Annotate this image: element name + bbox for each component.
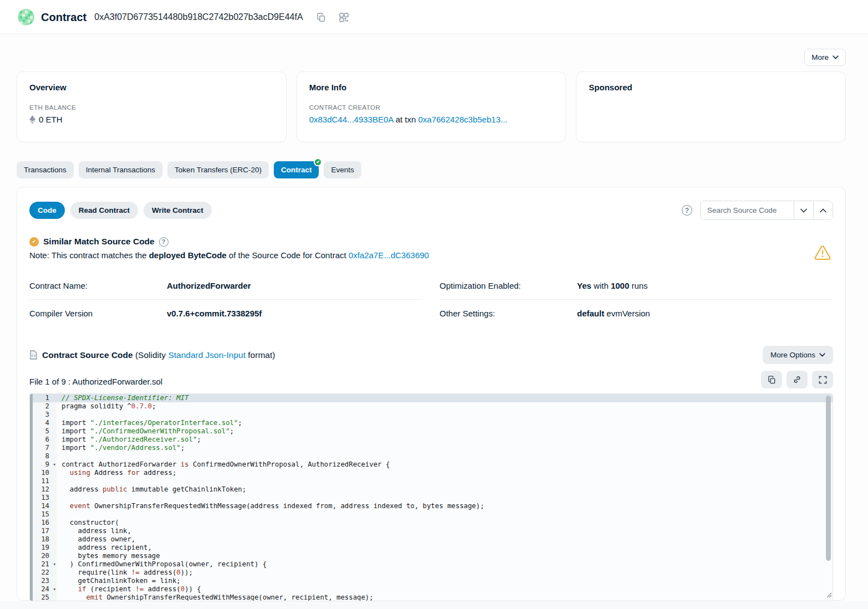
source-code-title: Contract Source Code bbox=[42, 350, 133, 360]
line-number: 9▾ bbox=[30, 460, 57, 469]
code-text bbox=[57, 477, 62, 485]
code-lines: 1// SPDX-License-Identifier: MIT2pragma … bbox=[30, 394, 833, 601]
subtab-read-contract[interactable]: Read Contract bbox=[70, 202, 138, 219]
line-number: 6 bbox=[30, 436, 57, 444]
code-line: 22 require(link != address(0)); bbox=[30, 569, 833, 577]
matched-contract-link[interactable]: 0xfa2a7E...dC363690 bbox=[349, 250, 429, 260]
line-number: 25 bbox=[30, 593, 57, 601]
line-number: 7 bbox=[30, 444, 57, 452]
chevron-down-icon bbox=[819, 353, 825, 357]
json-input-link[interactable]: Standard Json-Input bbox=[168, 350, 246, 360]
line-number: 5 bbox=[30, 427, 57, 436]
code-line: 19 address recipient, bbox=[30, 544, 833, 552]
source-code-editor[interactable]: 1// SPDX-License-Identifier: MIT2pragma … bbox=[29, 393, 833, 601]
chevron-down-icon bbox=[833, 55, 839, 59]
line-number: 10 bbox=[30, 469, 57, 477]
similar-match-title: Similar Match Source Code bbox=[43, 237, 155, 247]
other-settings-label: Other Settings: bbox=[440, 309, 577, 318]
editor-scrollbar[interactable] bbox=[826, 396, 831, 561]
fullscreen-button[interactable] bbox=[812, 371, 833, 388]
expand-icon bbox=[819, 376, 827, 384]
code-line: 5import "./ConfirmedOwnerWithProposal.so… bbox=[30, 427, 833, 436]
contract-creator-label: CONTRACT CREATOR bbox=[309, 104, 554, 111]
subtab-code[interactable]: Code bbox=[29, 202, 65, 219]
resize-handle-icon[interactable] bbox=[826, 590, 832, 600]
compiler-version-value: v0.7.6+commit.7338295f bbox=[167, 309, 262, 318]
contract-address: 0xA3f07D6773514480b918C2742b027b3acD9E44… bbox=[94, 12, 303, 22]
copy-source-button[interactable] bbox=[761, 371, 782, 388]
page-title: Contract bbox=[41, 11, 86, 24]
code-text: require(link != address(0)); bbox=[57, 569, 193, 577]
more-options-label: More Options bbox=[770, 351, 815, 359]
fold-icon[interactable]: ▾ bbox=[53, 460, 56, 469]
fold-icon[interactable]: ▾ bbox=[53, 585, 56, 593]
code-line: 17 address link, bbox=[30, 527, 833, 535]
code-line: 20 bytes memory message bbox=[30, 552, 833, 560]
code-text: address public immutable getChainlinkTok… bbox=[57, 485, 246, 494]
help-icon[interactable]: ? bbox=[682, 205, 692, 216]
code-text: import "./vendor/Address.sol"; bbox=[57, 444, 185, 452]
search-next-button[interactable] bbox=[794, 201, 813, 219]
code-line: 24▾ if (recipient != address(0)) { bbox=[30, 585, 833, 593]
code-line: 11 bbox=[30, 477, 833, 485]
creator-address-link[interactable]: 0x83dC44...4933BE0A bbox=[309, 115, 394, 124]
line-number: 23 bbox=[30, 577, 57, 585]
help-icon[interactable]: ? bbox=[159, 237, 169, 247]
eth-balance-label: ETH BALANCE bbox=[29, 104, 274, 111]
more-button[interactable]: More bbox=[804, 49, 846, 66]
tab-label: Internal Transactions bbox=[86, 166, 155, 174]
tab-transactions[interactable]: Transactions bbox=[17, 161, 74, 178]
tab-label: Events bbox=[331, 166, 354, 174]
tab-label: Transactions bbox=[24, 166, 67, 174]
line-number: 3 bbox=[30, 411, 57, 419]
code-line: 2pragma solidity ^0.7.0; bbox=[30, 402, 833, 411]
line-number: 15 bbox=[30, 510, 57, 519]
line-number: 16 bbox=[30, 519, 57, 527]
more-options-button[interactable]: More Options bbox=[763, 346, 833, 364]
verification-info: Contract Name: AuthorizedForwarder Compi… bbox=[29, 272, 833, 327]
code-line: 21▾ ) ConfirmedOwnerWithProposal(owner, … bbox=[30, 560, 833, 569]
code-line: 6import "./AuthorizedReceiver.sol"; bbox=[30, 436, 833, 444]
creator-txn-link[interactable]: 0xa7662428c3b5eb13... bbox=[418, 115, 508, 124]
permalink-button[interactable] bbox=[787, 371, 808, 388]
main-area: More Overview ETH BALANCE 0 ETH More Inf… bbox=[0, 34, 868, 601]
code-text: // SPDX-License-Identifier: MIT bbox=[57, 394, 189, 402]
compiler-version-row: Compiler Version v0.7.6+commit.7338295f bbox=[29, 299, 423, 327]
note-middle: of the Source Code for Contract bbox=[227, 250, 349, 260]
warning-icon[interactable] bbox=[814, 245, 831, 263]
code-line: 16 constructor( bbox=[30, 519, 833, 527]
contract-name-value: AuthorizedForwarder bbox=[167, 281, 251, 290]
code-text: import "./interfaces/OperatorInterface.s… bbox=[57, 419, 242, 427]
code-line: 14 event OwnershipTransferRequestedWithM… bbox=[30, 502, 833, 510]
line-number: 4 bbox=[30, 419, 57, 427]
code-text: constructor( bbox=[57, 519, 119, 527]
subtab-write-contract[interactable]: Write Contract bbox=[144, 202, 212, 219]
code-text: ) ConfirmedOwnerWithProposal(owner, reci… bbox=[57, 560, 267, 569]
page-header: Contract 0xA3f07D6773514480b918C2742b027… bbox=[0, 0, 868, 34]
line-number: 24▾ bbox=[30, 585, 57, 593]
search-prev-button[interactable] bbox=[813, 201, 833, 219]
tab-events[interactable]: Events bbox=[324, 161, 361, 178]
fold-icon[interactable]: ▾ bbox=[53, 560, 56, 569]
contract-name-label: Contract Name: bbox=[29, 281, 167, 290]
search-source-input[interactable] bbox=[701, 201, 794, 219]
code-line: 10 using Address for address; bbox=[30, 469, 833, 477]
tab-contract[interactable]: Contract✔ bbox=[274, 161, 319, 178]
code-line: 12 address public immutable getChainlink… bbox=[30, 485, 833, 494]
more-button-label: More bbox=[811, 53, 829, 62]
code-line: 1// SPDX-License-Identifier: MIT bbox=[30, 394, 833, 402]
code-text: address link, bbox=[57, 527, 131, 535]
tab-token-transfers-erc-20[interactable]: Token Transfers (ERC-20) bbox=[167, 161, 269, 178]
sponsored-card: Sponsored bbox=[576, 71, 846, 142]
link-icon bbox=[793, 375, 801, 384]
code-text bbox=[57, 452, 62, 460]
qr-code-icon[interactable] bbox=[339, 13, 349, 22]
code-text: import "./AuthorizedReceiver.sol"; bbox=[57, 436, 201, 444]
code-text: event OwnershipTransferRequestedWithMess… bbox=[57, 502, 484, 510]
code-text bbox=[57, 494, 62, 502]
code-text: import "./ConfirmedOwnerWithProposal.sol… bbox=[57, 427, 234, 436]
copy-address-icon[interactable] bbox=[316, 13, 326, 22]
tab-internal-transactions[interactable]: Internal Transactions bbox=[79, 161, 162, 178]
source-format-post: format) bbox=[246, 350, 275, 360]
contract-blockie-icon bbox=[18, 9, 34, 25]
